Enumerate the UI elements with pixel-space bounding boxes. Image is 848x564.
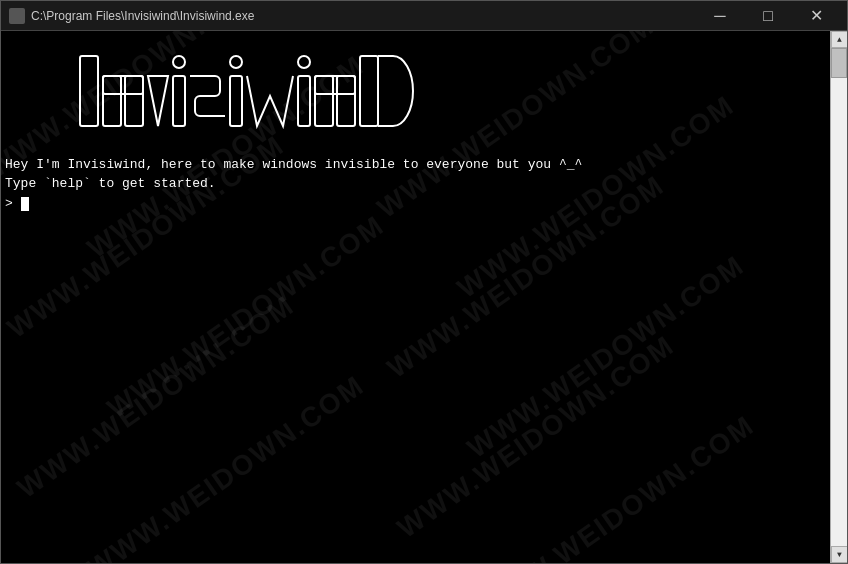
- minimize-button[interactable]: ─: [697, 1, 743, 31]
- scrollbar-up-button[interactable]: ▲: [831, 31, 847, 48]
- window: C:\Program Files\Invisiwind\Invisiwind.e…: [0, 0, 848, 564]
- terminal-prompt-line: >: [5, 194, 826, 214]
- close-button[interactable]: ✕: [793, 1, 839, 31]
- svg-rect-1: [103, 76, 121, 126]
- svg-rect-8: [230, 76, 242, 126]
- window-body: WWW.WEIDOWN.COM WWW.WEIDOWN.COM WWW.WEID…: [1, 31, 847, 563]
- svg-rect-12: [315, 76, 355, 94]
- terminal-greeting: Hey I'm Invisiwind, here to make windows…: [5, 155, 826, 175]
- terminal-content[interactable]: .logo-letter { fill: none; stroke: white…: [1, 31, 830, 563]
- scrollbar-thumb[interactable]: [831, 48, 847, 78]
- terminal-cursor: [21, 197, 29, 211]
- svg-marker-4: [148, 76, 168, 126]
- svg-rect-5: [173, 56, 185, 68]
- window-title: C:\Program Files\Invisiwind\Invisiwind.e…: [31, 9, 697, 23]
- svg-rect-0: [80, 56, 98, 126]
- terminal-prompt: >: [5, 196, 21, 211]
- ascii-logo: .logo-letter { fill: none; stroke: white…: [5, 35, 826, 151]
- svg-rect-11: [315, 76, 333, 126]
- svg-rect-7: [230, 56, 242, 68]
- app-icon: [9, 8, 25, 24]
- scrollbar-track[interactable]: [831, 48, 847, 546]
- svg-rect-6: [173, 76, 185, 126]
- svg-rect-10: [298, 76, 310, 126]
- titlebar: C:\Program Files\Invisiwind\Invisiwind.e…: [1, 1, 847, 31]
- maximize-button[interactable]: □: [745, 1, 791, 31]
- svg-rect-2: [103, 76, 143, 94]
- svg-rect-14: [360, 56, 378, 126]
- scrollbar: ▲ ▼: [830, 31, 847, 563]
- window-controls: ─ □ ✕: [697, 1, 839, 31]
- svg-rect-13: [337, 76, 355, 126]
- terminal-instruction: Type `help` to get started.: [5, 174, 826, 194]
- scrollbar-down-button[interactable]: ▼: [831, 546, 847, 563]
- svg-rect-3: [125, 76, 143, 126]
- svg-rect-9: [298, 56, 310, 68]
